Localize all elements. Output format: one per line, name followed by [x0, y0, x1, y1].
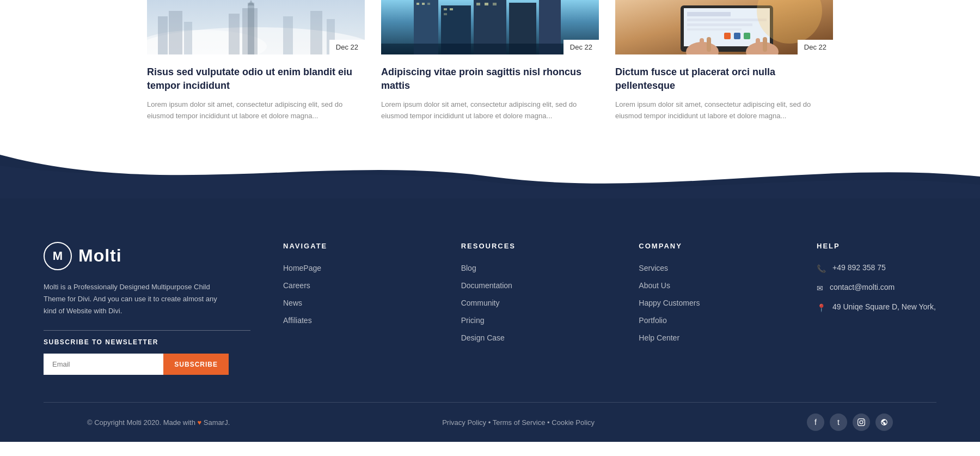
res-link-pricing[interactable]: Pricing	[461, 315, 612, 325]
svg-rect-22	[444, 8, 447, 10]
comp-link-helpcenter[interactable]: Help Center	[639, 333, 789, 343]
svg-rect-6	[229, 14, 240, 54]
address-text: 49 Uniqe Square D, New York,	[832, 302, 936, 311]
nav-link-affiliates-anchor[interactable]: Affiliates	[283, 316, 312, 325]
card-image-wrap-1: Dec 22	[147, 0, 365, 54]
footer-policy-links: Privacy Policy • Terms of Service • Cook…	[442, 418, 595, 427]
svg-rect-27	[493, 3, 497, 5]
comp-link-aboutus[interactable]: About Us	[639, 281, 789, 290]
blog-card-2: Dec 22 Adipiscing vitae proin sagittis n…	[381, 0, 599, 122]
res-link-designcase-anchor[interactable]: Design Case	[461, 333, 505, 342]
phone-number: +49 892 358 75	[832, 263, 886, 272]
footer-col-help: HELP 📞 +49 892 358 75 ✉ contact@molti.co…	[817, 242, 936, 375]
footer-main: M Molti Molti is a Professionally Design…	[44, 231, 936, 402]
phone-icon: 📞	[817, 264, 826, 273]
svg-rect-44	[763, 37, 767, 52]
help-phone: 📞 +49 892 358 75	[817, 263, 936, 273]
card-title-1: Risus sed vulputate odio ut enim blandit…	[147, 65, 365, 93]
comp-link-services[interactable]: Services	[639, 263, 789, 273]
nav-link-homepage-anchor[interactable]: HomePage	[283, 264, 321, 272]
svg-rect-32	[687, 12, 731, 16]
card-title-3: Dictum fusce ut placerat orci nulla pell…	[615, 65, 833, 93]
company-links: Services About Us Happy Customers Portfo…	[639, 263, 789, 343]
card-date-3: Dec 22	[798, 40, 833, 54]
res-link-blog[interactable]: Blog	[461, 263, 612, 273]
comp-link-helpcenter-anchor[interactable]: Help Center	[639, 333, 679, 342]
res-link-pricing-anchor[interactable]: Pricing	[461, 316, 485, 325]
resources-links: Blog Documentation Community Pricing Des…	[461, 263, 612, 343]
blog-card-3: Dec 22 Dictum fusce ut placerat orci nul…	[615, 0, 833, 122]
footer-col-navigate: NAVIGATE HomePage Careers News Affiliate…	[283, 242, 434, 375]
footer-col-company: COMPANY Services About Us Happy Customer…	[639, 242, 789, 375]
wave-divider	[0, 155, 980, 198]
help-email: ✉ contact@molti.com	[817, 283, 936, 293]
help-address: 📍 49 Uniqe Square D, New York,	[817, 302, 936, 312]
help-title: HELP	[817, 242, 936, 250]
svg-rect-36	[724, 33, 731, 39]
svg-rect-25	[476, 3, 480, 5]
card-title-2: Adipiscing vitae proin sagittis nisl rho…	[381, 65, 599, 93]
footer-tagline: Molti is a Professionally Designed Multi…	[44, 281, 229, 317]
facebook-icon[interactable]: f	[807, 414, 824, 431]
privacy-policy-link[interactable]: Privacy Policy	[442, 418, 486, 427]
card-excerpt-1: Lorem ipsum dolor sit amet, consectetur …	[147, 99, 365, 122]
res-link-community-anchor[interactable]: Community	[461, 299, 500, 307]
svg-rect-21	[427, 3, 430, 5]
comp-link-aboutus-anchor[interactable]: About Us	[639, 281, 670, 290]
newsletter-divider	[44, 330, 250, 331]
svg-rect-11	[248, 3, 254, 54]
link-separator-1: •	[488, 418, 493, 427]
svg-rect-34	[687, 23, 752, 26]
navigate-links: HomePage Careers News Affiliates	[283, 263, 434, 325]
newsletter-label: SUBSCRIBE TO NEWSLETTER	[44, 338, 250, 346]
instagram-icon[interactable]	[853, 414, 870, 431]
comp-link-happy[interactable]: Happy Customers	[639, 298, 789, 308]
svg-rect-38	[744, 33, 750, 39]
nav-link-news-anchor[interactable]: News	[283, 299, 302, 307]
svg-rect-3	[158, 16, 168, 54]
res-link-designcase[interactable]: Design Case	[461, 333, 612, 343]
comp-link-services-anchor[interactable]: Services	[639, 264, 668, 272]
email-icon: ✉	[817, 284, 823, 293]
svg-rect-33	[687, 19, 767, 21]
newsletter-form[interactable]: SUBSCRIBE	[44, 354, 229, 375]
nav-link-careers-anchor[interactable]: Careers	[283, 281, 310, 290]
card-excerpt-2: Lorem ipsum dolor sit amet, consectetur …	[381, 99, 599, 122]
comp-link-portfolio[interactable]: Portfolio	[639, 315, 789, 325]
terms-of-service-link[interactable]: Terms of Service	[493, 418, 546, 427]
svg-rect-23	[450, 8, 453, 10]
res-link-documentation[interactable]: Documentation	[461, 281, 612, 290]
svg-rect-26	[485, 3, 488, 5]
svg-rect-37	[734, 33, 740, 39]
nav-link-news[interactable]: News	[283, 298, 434, 308]
svg-rect-42	[707, 37, 711, 52]
twitter-icon[interactable]: t	[830, 414, 847, 431]
newsletter-email-input[interactable]	[44, 354, 163, 375]
company-title: COMPANY	[639, 242, 789, 250]
copyright-text: © Copyright Molti 2020. Made with ♥ Sama…	[87, 418, 230, 427]
comp-link-happy-anchor[interactable]: Happy Customers	[639, 299, 700, 307]
svg-rect-19	[416, 3, 419, 5]
card-image-wrap-3: Dec 22	[615, 0, 833, 54]
newsletter-subscribe-button[interactable]: SUBSCRIBE	[163, 354, 229, 375]
logo-icon: M	[44, 242, 72, 270]
svg-rect-20	[422, 3, 425, 5]
res-link-blog-anchor[interactable]: Blog	[461, 264, 476, 272]
web-icon[interactable]	[875, 414, 893, 431]
svg-rect-5	[184, 22, 192, 54]
svg-rect-8	[283, 16, 293, 54]
res-link-documentation-anchor[interactable]: Documentation	[461, 281, 512, 290]
nav-link-careers[interactable]: Careers	[283, 281, 434, 290]
card-image-wrap-2: Dec 22	[381, 0, 599, 54]
comp-link-portfolio-anchor[interactable]: Portfolio	[639, 316, 666, 325]
email-address: contact@molti.com	[830, 283, 895, 291]
cookie-policy-link[interactable]: Cookie Policy	[552, 418, 595, 427]
nav-link-affiliates[interactable]: Affiliates	[283, 315, 434, 325]
nav-link-homepage[interactable]: HomePage	[283, 263, 434, 273]
navigate-title: NAVIGATE	[283, 242, 434, 250]
svg-rect-4	[169, 11, 182, 54]
footer-brand: M Molti Molti is a Professionally Design…	[44, 242, 250, 375]
res-link-community[interactable]: Community	[461, 298, 612, 308]
footer-col-resources: RESOURCES Blog Documentation Community P…	[461, 242, 612, 375]
cards-container: Dec 22 Risus sed vulputate odio ut enim …	[44, 0, 936, 122]
